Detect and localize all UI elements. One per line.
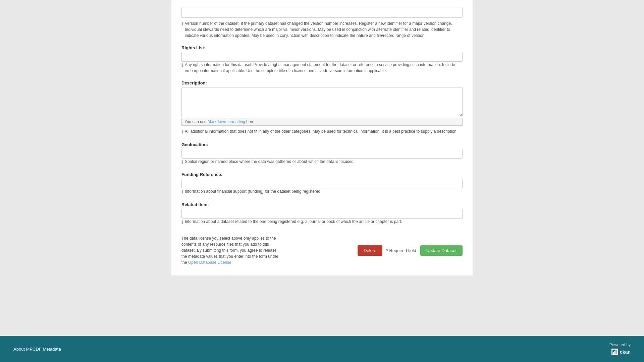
svg-rect-1 [613, 352, 614, 354]
description-info-icon: ℹ [181, 129, 183, 135]
ckan-icon [612, 349, 618, 355]
svg-rect-2 [614, 351, 615, 354]
description-group: Description: You can use Markdown format… [181, 80, 463, 135]
license-notice: The data license you select above only a… [181, 235, 282, 265]
rights-list-label: Rights List: [181, 45, 463, 50]
version-info-text: ℹ Version number of the dataset. If the … [181, 20, 463, 39]
version-field-group: ℹ Version number of the dataset. If the … [181, 7, 463, 39]
description-info: ℹ All additional information that does n… [181, 128, 463, 135]
description-textarea[interactable] [181, 87, 463, 117]
form-container: ℹ Version number of the dataset. If the … [171, 0, 473, 276]
related-item-info-icon: ℹ [181, 219, 183, 226]
rights-list-group: Rights List: ℹ Any rights information fo… [181, 45, 463, 74]
content-area: ℹ Version number of the dataset. If the … [0, 0, 644, 336]
page-wrapper: ℹ Version number of the dataset. If the … [0, 0, 644, 362]
funding-reference-info: ℹ Information about financial support (f… [181, 188, 463, 195]
open-database-license-link[interactable]: Open Database License. [188, 260, 232, 265]
funding-info-icon: ℹ [181, 189, 183, 195]
required-field-notice: * Required field [386, 248, 416, 253]
geolocation-info: ℹ Spatial region or named place where th… [181, 159, 463, 166]
footer-powered-by: Powered by ckan [609, 343, 631, 355]
related-item-input[interactable] [181, 209, 463, 219]
about-mpcdf-link[interactable]: About MPCDF Metadata [13, 347, 61, 352]
ckan-logo-icon [611, 349, 618, 355]
rights-info-icon: ℹ [181, 62, 183, 69]
funding-reference-group: Funding Reference: ℹ Information about f… [181, 172, 463, 195]
powered-by-text: Powered by [609, 343, 631, 347]
outer-wrapper: ℹ Version number of the dataset. If the … [84, 0, 560, 336]
svg-rect-3 [615, 350, 616, 354]
description-label: Description: [181, 80, 463, 85]
funding-reference-input[interactable] [181, 179, 463, 188]
version-input[interactable] [181, 7, 463, 18]
delete-button[interactable]: Delete [358, 245, 382, 256]
related-item-group: Related Item: ℹ Information about a data… [181, 202, 463, 226]
bottom-bar: The data license you select above only a… [181, 232, 463, 265]
geolocation-label: Geolocation: [181, 142, 463, 147]
version-info-icon: ℹ [181, 21, 183, 27]
rights-list-info: ℹ Any rights information for this datase… [181, 62, 463, 74]
update-dataset-button[interactable]: Update Dataset [420, 245, 463, 256]
footer-about: About MPCDF Metadata [13, 347, 61, 352]
markdown-hint: You can use Markdown formatting here [181, 118, 463, 126]
rights-list-input[interactable] [181, 52, 463, 62]
geolocation-input[interactable] [181, 149, 463, 159]
footer: About MPCDF Metadata Powered by ckan [0, 336, 644, 362]
form-actions: Delete * Required field Update Dataset [358, 245, 463, 256]
ckan-text: ckan [620, 349, 631, 355]
related-item-info: ℹ Information about a dataset related to… [181, 219, 463, 226]
required-asterisk: * [386, 248, 388, 253]
related-item-label: Related Item: [181, 202, 463, 207]
markdown-link[interactable]: Markdown formatting [208, 119, 245, 124]
funding-reference-label: Funding Reference: [181, 172, 463, 177]
geolocation-group: Geolocation: ℹ Spatial region or named p… [181, 142, 463, 166]
geolocation-info-icon: ℹ [181, 159, 183, 166]
ckan-logo: ckan [611, 349, 631, 355]
